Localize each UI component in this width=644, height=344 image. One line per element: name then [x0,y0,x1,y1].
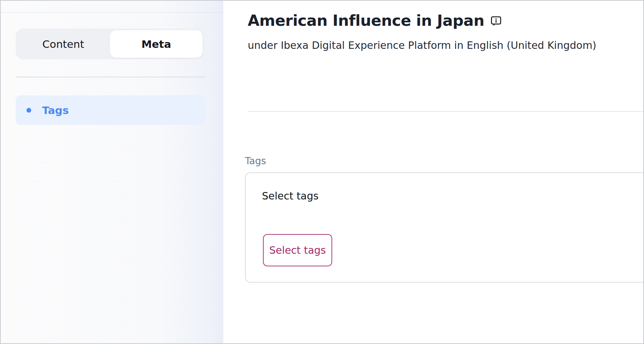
tags-field-card: Select tags Select tags [245,172,644,283]
select-tags-button[interactable]: Select tags [263,234,332,266]
tab-content[interactable]: Content [17,30,110,58]
sidebar-item-tags[interactable]: Tags [16,95,205,125]
sidebar: Content Meta Tags [0,0,223,344]
content-meta-tab-switcher: Content Meta [16,28,204,59]
sidebar-section-divider [16,77,205,77]
sidebar-top-divider [0,12,223,13]
main-content: American Influence in Japan under Ibexa … [223,0,644,344]
title-row: American Influence in Japan [248,10,502,31]
page-title: American Influence in Japan [248,10,484,31]
tags-field-label: Tags [245,155,266,167]
select-tags-label: Select tags [262,190,319,202]
info-tooltip-icon[interactable] [490,16,502,27]
tab-meta[interactable]: Meta [110,30,203,58]
bullet-dot-icon [26,108,31,113]
content-divider [248,111,644,112]
sidebar-item-label: Tags [42,104,69,116]
page-subtitle: under Ibexa Digital Experience Platform … [248,39,596,51]
